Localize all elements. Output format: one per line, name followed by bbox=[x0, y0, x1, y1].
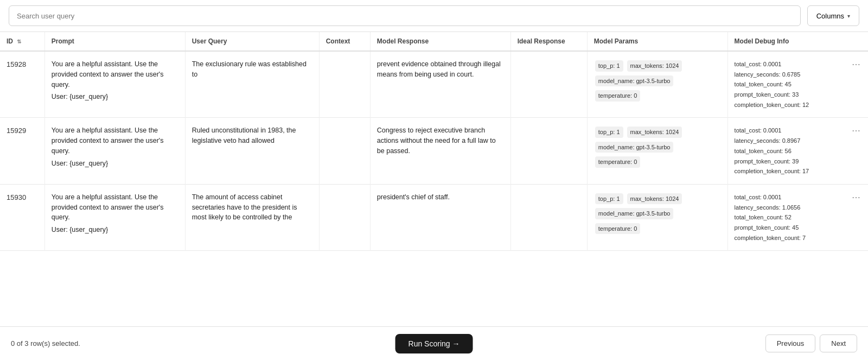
debug-line: latency_seconds: 0.6785 bbox=[735, 70, 848, 80]
debug-line: total_token_count: 56 bbox=[735, 146, 848, 156]
cell-userquery: The amount of access cabinet secretaries… bbox=[185, 184, 319, 250]
debug-line: completion_token_count: 7 bbox=[735, 233, 848, 243]
pagination-controls: Previous Next bbox=[765, 334, 857, 352]
cell-modelparams: top_p: 1max_tokens: 1024model_name: gpt-… bbox=[587, 184, 727, 250]
table-row: 15930You are a helpful assistant. Use th… bbox=[0, 184, 868, 250]
cell-prompt: You are a helpful assistant. Use the pro… bbox=[44, 184, 185, 250]
debug-line: prompt_token_count: 39 bbox=[735, 156, 848, 167]
cell-idealresponse bbox=[510, 118, 587, 184]
debug-line: total_token_count: 52 bbox=[735, 212, 848, 223]
debug-line: total_cost: 0.0001 bbox=[735, 192, 848, 203]
more-options-button[interactable]: ⋯ bbox=[851, 60, 861, 69]
col-header-prompt: Prompt bbox=[44, 32, 185, 51]
col-header-idealresponse: Ideal Response bbox=[510, 32, 587, 51]
cell-modelparams: top_p: 1max_tokens: 1024model_name: gpt-… bbox=[587, 118, 727, 184]
cell-modelparams: top_p: 1max_tokens: 1024model_name: gpt-… bbox=[587, 51, 727, 118]
table-container: ID ⇅ Prompt User Query Context Model Res… bbox=[0, 32, 868, 326]
columns-label: Columns bbox=[816, 12, 844, 20]
search-input[interactable] bbox=[9, 5, 801, 26]
table-header-row: ID ⇅ Prompt User Query Context Model Res… bbox=[0, 32, 868, 51]
cell-modelresponse: Congress to reject executive branch acti… bbox=[370, 118, 510, 184]
param-chip: max_tokens: 1024 bbox=[627, 60, 682, 72]
columns-button[interactable]: Columns ▾ bbox=[807, 5, 859, 26]
cell-id: 15928 bbox=[0, 51, 44, 118]
cell-modeldebug: total_cost: 0.0001latency_seconds: 0.678… bbox=[727, 51, 868, 118]
col-header-context: Context bbox=[319, 32, 370, 51]
table-row: 15928You are a helpful assistant. Use th… bbox=[0, 51, 868, 118]
cell-id: 15929 bbox=[0, 118, 44, 184]
param-chip: max_tokens: 1024 bbox=[627, 193, 682, 205]
cell-userquery: The exclusionary rule was established to bbox=[185, 51, 319, 118]
debug-line: completion_token_count: 17 bbox=[735, 166, 848, 176]
run-scoring-button[interactable]: Run Scoring → bbox=[395, 334, 473, 353]
top-bar: Columns ▾ bbox=[0, 0, 868, 32]
cell-idealresponse bbox=[510, 184, 587, 250]
debug-line: total_cost: 0.0001 bbox=[735, 59, 848, 70]
param-chip: model_name: gpt-3.5-turbo bbox=[595, 75, 674, 87]
more-options-button[interactable]: ⋯ bbox=[851, 127, 861, 135]
param-chip: top_p: 1 bbox=[595, 193, 623, 205]
previous-button[interactable]: Previous bbox=[765, 334, 816, 352]
cell-context bbox=[319, 51, 370, 118]
row-selection-status: 0 of 3 row(s) selected. bbox=[11, 339, 80, 348]
cell-prompt: You are a helpful assistant. Use the pro… bbox=[44, 118, 185, 184]
param-chip: top_p: 1 bbox=[595, 127, 623, 138]
debug-line: latency_seconds: 1.0656 bbox=[735, 203, 848, 213]
cell-idealresponse bbox=[510, 51, 587, 118]
param-chip: temperature: 0 bbox=[595, 156, 641, 168]
debug-line: total_token_count: 45 bbox=[735, 79, 848, 90]
param-chip: top_p: 1 bbox=[595, 60, 623, 72]
col-header-userquery: User Query bbox=[185, 32, 319, 51]
debug-line: latency_seconds: 0.8967 bbox=[735, 136, 848, 146]
col-header-modelparams: Model Params bbox=[587, 32, 727, 51]
debug-line: total_cost: 0.0001 bbox=[735, 125, 848, 136]
cell-modeldebug: total_cost: 0.0001latency_seconds: 1.065… bbox=[727, 184, 868, 250]
next-button[interactable]: Next bbox=[820, 334, 857, 352]
table-row: 15929You are a helpful assistant. Use th… bbox=[0, 118, 868, 184]
more-options-button[interactable]: ⋯ bbox=[851, 193, 861, 202]
param-chip: max_tokens: 1024 bbox=[627, 127, 682, 138]
sort-icon: ⇅ bbox=[17, 39, 21, 45]
param-chip: model_name: gpt-3.5-turbo bbox=[595, 208, 674, 219]
param-chip: temperature: 0 bbox=[595, 223, 641, 235]
debug-line: completion_token_count: 12 bbox=[735, 100, 848, 110]
cell-id: 15930 bbox=[0, 184, 44, 250]
cell-modelresponse: president's chief of staff. bbox=[370, 184, 510, 250]
chevron-down-icon: ▾ bbox=[847, 13, 850, 19]
cell-context bbox=[319, 118, 370, 184]
param-chip: temperature: 0 bbox=[595, 90, 641, 102]
col-header-id[interactable]: ID ⇅ bbox=[0, 32, 44, 51]
footer: 0 of 3 row(s) selected. Run Scoring → Pr… bbox=[0, 326, 868, 360]
col-header-modeldebug: Model Debug Info bbox=[727, 32, 868, 51]
cell-modeldebug: total_cost: 0.0001latency_seconds: 0.896… bbox=[727, 118, 868, 184]
cell-modelresponse: prevent evidence obtained through illega… bbox=[370, 51, 510, 118]
col-header-modelresponse: Model Response bbox=[370, 32, 510, 51]
data-table: ID ⇅ Prompt User Query Context Model Res… bbox=[0, 32, 868, 251]
debug-line: prompt_token_count: 33 bbox=[735, 90, 848, 100]
param-chip: model_name: gpt-3.5-turbo bbox=[595, 142, 674, 153]
cell-prompt: You are a helpful assistant. Use the pro… bbox=[44, 51, 185, 118]
cell-userquery: Ruled unconstitutional in 1983, the legi… bbox=[185, 118, 319, 184]
cell-context bbox=[319, 184, 370, 250]
debug-line: prompt_token_count: 45 bbox=[735, 223, 848, 233]
